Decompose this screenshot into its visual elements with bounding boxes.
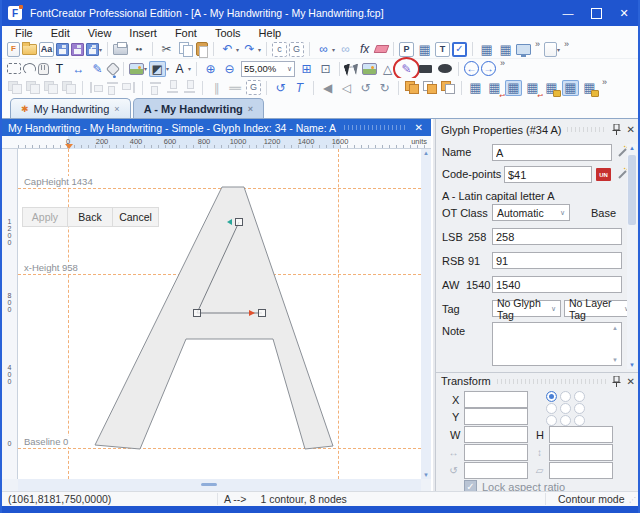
anchor-radio[interactable] xyxy=(560,403,571,414)
glyph-canvas[interactable]: CapHeight 1434 x-Height 958 Baseline 0 A… xyxy=(18,149,421,479)
fill-mode-icon[interactable]: ◩ xyxy=(149,61,166,77)
save-as-icon[interactable] xyxy=(71,43,84,56)
intersect-icon[interactable] xyxy=(422,80,438,95)
rotate-ccw-icon[interactable]: ↺ xyxy=(357,80,374,96)
open-font-icon[interactable] xyxy=(22,44,37,55)
layer-tag-dropdown[interactable]: No Layer Tag∨ xyxy=(564,300,634,317)
remove-link-icon[interactable]: ∞ xyxy=(337,41,354,57)
w-field[interactable] xyxy=(464,426,528,443)
zoom-level-combobox[interactable]: 55,00%∨ xyxy=(241,61,295,77)
cancel-button[interactable]: Cancel xyxy=(113,208,158,226)
y-field[interactable] xyxy=(464,408,528,425)
find-icon[interactable] xyxy=(130,41,147,57)
new-document-icon[interactable] xyxy=(544,42,557,57)
anchor-radio[interactable] xyxy=(560,415,571,426)
panel-scroll-down-icon[interactable]: ▼ xyxy=(629,362,635,368)
grid-locked-panel-icon[interactable]: ▦ xyxy=(543,80,560,96)
fill-bucket-icon[interactable] xyxy=(106,61,120,75)
codepoints-field[interactable] xyxy=(504,166,592,183)
lasso-select-icon[interactable] xyxy=(22,62,37,75)
font-overview-icon[interactable]: Aa xyxy=(39,42,54,57)
anchor-radio[interactable] xyxy=(574,403,585,414)
paste-icon[interactable] xyxy=(196,42,208,56)
menu-font[interactable]: Font xyxy=(166,27,206,39)
note-textarea[interactable] xyxy=(492,322,622,366)
glyph-settings-icon[interactable]: ▦ xyxy=(497,41,514,57)
pan-hand-icon[interactable] xyxy=(38,63,49,75)
rsb-field[interactable] xyxy=(492,252,622,269)
zoom-out-icon[interactable]: ⊖ xyxy=(221,61,238,77)
menu-edit[interactable]: Edit xyxy=(42,27,79,39)
grid-panel-icon[interactable]: ▦ xyxy=(467,80,484,96)
tab-close-icon[interactable]: × xyxy=(114,104,119,114)
glyph-outline-a[interactable] xyxy=(18,149,421,479)
x-field[interactable] xyxy=(464,391,528,408)
export-font-icon[interactable]: F xyxy=(86,43,99,56)
maximize-button[interactable] xyxy=(582,0,610,26)
copy-icon[interactable] xyxy=(177,41,194,57)
name-field[interactable] xyxy=(492,144,612,161)
menu-tools[interactable]: Tools xyxy=(206,27,250,39)
skew-icon[interactable]: T xyxy=(291,80,308,96)
pin-icon-2[interactable] xyxy=(612,376,621,387)
undo-icon-dropdown[interactable]: ▾ xyxy=(236,46,239,53)
scroll-up-icon[interactable]: ▲ xyxy=(423,150,429,156)
grid-selected-panel-icon[interactable]: ▦ xyxy=(505,80,522,96)
toolbar-overflow-icon[interactable]: » xyxy=(500,59,505,67)
preview-monitor-icon[interactable] xyxy=(516,44,531,55)
glyph-properties-icon[interactable]: P xyxy=(399,42,414,57)
anchor-radio[interactable] xyxy=(574,391,585,402)
scroll-down-icon[interactable]: ▼ xyxy=(423,472,429,478)
glyph-search-icon[interactable]: ▦ xyxy=(478,41,495,57)
minimize-button[interactable]: — xyxy=(554,0,582,26)
anchor-radio[interactable] xyxy=(546,391,557,402)
transform-glyph-icon[interactable]: T xyxy=(435,42,450,57)
save-icon[interactable] xyxy=(56,43,69,56)
draw-polyline-icon[interactable]: △ xyxy=(379,61,396,77)
redo-icon[interactable]: ↷ xyxy=(241,41,258,57)
new-document-icon-dropdown[interactable]: ▾ xyxy=(557,46,560,53)
resize-grip[interactable]: ⋰ xyxy=(629,496,636,504)
flip-vertical-icon[interactable]: ◁ xyxy=(338,80,355,96)
next-glyph-icon[interactable]: → xyxy=(481,61,496,76)
ot-class-dropdown[interactable]: Automatic∨ xyxy=(492,204,570,221)
insert-link-icon-dropdown[interactable]: ▾ xyxy=(332,46,335,53)
menu-view[interactable]: View xyxy=(79,27,121,39)
aw-field[interactable] xyxy=(492,276,622,293)
grid-locked2-panel-icon[interactable]: ▦ xyxy=(581,80,598,96)
unicode-icon[interactable]: UN xyxy=(596,168,611,181)
anchor-radio[interactable] xyxy=(574,415,585,426)
note-scroll-up-icon[interactable]: ▲ xyxy=(612,325,618,332)
previous-glyph-icon[interactable]: ← xyxy=(464,61,479,76)
insert-link-icon[interactable]: ∞ xyxy=(315,41,332,57)
edit-pencil-icon[interactable]: ✎ xyxy=(89,61,106,77)
draw-rectangle-icon[interactable] xyxy=(417,61,434,77)
render-mode-icon[interactable]: A xyxy=(171,61,188,77)
close-button[interactable]: ✕ xyxy=(610,0,638,26)
anchor-radio[interactable] xyxy=(560,391,571,402)
fill-mode-icon-dropdown[interactable]: ▾ xyxy=(166,65,169,72)
h-field[interactable] xyxy=(549,426,613,443)
codepoint-tag-icon[interactable]: c xyxy=(272,42,287,57)
menu-file[interactable]: File xyxy=(6,27,42,39)
tab-a-my-handwriting[interactable]: A - My Handwriting× xyxy=(133,98,264,118)
grid-hook-panel-icon[interactable]: ▦ xyxy=(486,80,503,96)
grid-selected2-panel-icon[interactable]: ▦ xyxy=(562,80,579,96)
render-mode-icon-dropdown[interactable]: ▾ xyxy=(188,65,191,72)
scale-height-field[interactable] xyxy=(549,444,613,461)
note-scroll-down-icon[interactable]: ▼ xyxy=(612,357,618,364)
menu-help[interactable]: Help xyxy=(250,27,291,39)
insert-image-icon[interactable] xyxy=(362,63,377,75)
glyph-name-g-icon[interactable]: G xyxy=(246,80,261,95)
grid-hook2-panel-icon[interactable]: ▦ xyxy=(524,80,541,96)
exclude-icon[interactable] xyxy=(440,80,456,95)
panel-scroll-thumb[interactable] xyxy=(628,155,636,225)
print-icon[interactable] xyxy=(113,44,128,55)
fit-window-icon[interactable]: ⊞ xyxy=(298,61,315,77)
undo-icon[interactable]: ↶ xyxy=(219,41,236,57)
redo-icon-dropdown[interactable]: ▾ xyxy=(258,46,261,53)
zoom-selection-icon[interactable]: ⊡ xyxy=(317,61,334,77)
draw-ellipse-icon[interactable] xyxy=(436,61,453,77)
anchor-radio[interactable] xyxy=(546,403,557,414)
skew-field[interactable] xyxy=(549,462,613,479)
